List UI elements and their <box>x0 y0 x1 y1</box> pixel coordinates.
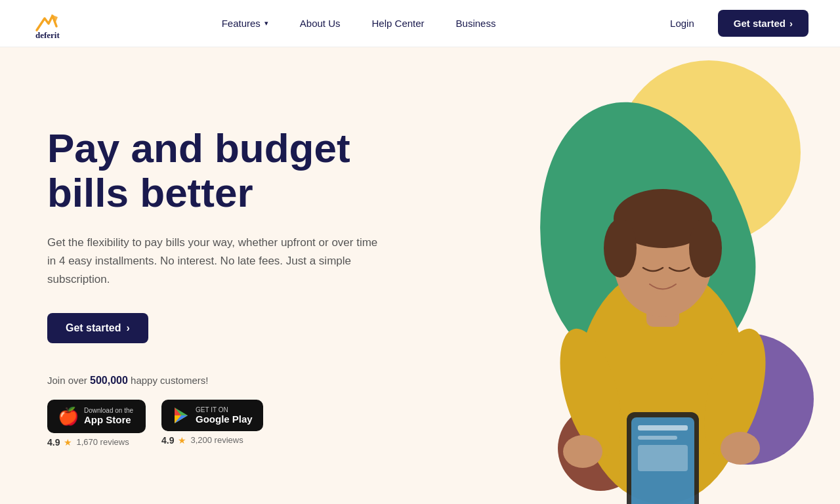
nav-links: Features ▾ About Us Help Center Business <box>209 12 509 34</box>
app-store-badge[interactable]: 🍎 Download on the App Store <box>47 400 146 433</box>
help-nav-link[interactable]: Help Center <box>359 12 438 34</box>
nav-get-started-button[interactable]: Get started › <box>718 10 808 37</box>
app-store-name-label: App Store <box>84 414 133 425</box>
svg-point-11 <box>689 219 722 278</box>
play-store-name-label: Google Play <box>196 413 253 425</box>
login-button[interactable]: Login <box>657 11 707 35</box>
play-store-rating: 4.9 ★ 3,200 reviews <box>161 435 243 446</box>
hero-description: Get the flexibility to pay bills your wa… <box>47 234 388 289</box>
features-nav-link[interactable]: Features ▾ <box>209 12 282 34</box>
app-store-sub-label: Download on the <box>84 407 133 414</box>
svg-rect-19 <box>638 436 677 440</box>
svg-point-15 <box>721 432 760 465</box>
google-play-icon <box>172 406 190 425</box>
app-store-rating: 4.9 ★ 1,670 reviews <box>47 437 129 448</box>
svg-text:deferit: deferit <box>35 30 60 38</box>
hero-get-started-button[interactable]: Get started › <box>47 313 148 343</box>
svg-rect-18 <box>638 425 688 430</box>
svg-point-10 <box>604 219 637 278</box>
app-store-wrapper: 🍎 Download on the App Store 4.9 ★ 1,670 … <box>47 400 146 448</box>
nav-right: Login Get started › <box>657 10 808 37</box>
hero-person-illustration <box>525 110 801 504</box>
hero-image-area <box>472 47 840 504</box>
store-badges: 🍎 Download on the App Store 4.9 ★ 1,670 … <box>47 400 388 448</box>
app-store-star-icon: ★ <box>64 437 72 448</box>
nav-arrow-icon: › <box>789 18 793 29</box>
play-store-sub-label: GET IT ON <box>196 406 253 413</box>
customers-line: Join over 500,000 happy customers! <box>47 375 388 387</box>
logo[interactable]: deferit <box>32 9 60 38</box>
navbar: deferit Features ▾ About Us Help Center … <box>0 0 840 47</box>
svg-rect-20 <box>638 445 688 471</box>
features-chevron-icon: ▾ <box>264 19 268 28</box>
about-nav-link[interactable]: About Us <box>287 12 354 34</box>
hero-title: Pay and budget bills better <box>47 126 388 215</box>
business-nav-link[interactable]: Business <box>443 12 509 34</box>
hero-arrow-icon: › <box>126 322 129 334</box>
apple-icon: 🍎 <box>58 406 79 427</box>
hero-section: Pay and budget bills better Get the flex… <box>0 47 840 504</box>
play-store-badge[interactable]: GET IT ON Google Play <box>161 400 263 431</box>
play-store-wrapper: GET IT ON Google Play 4.9 ★ 3,200 review… <box>161 400 263 446</box>
play-store-star-icon: ★ <box>178 435 186 446</box>
svg-point-14 <box>563 435 602 468</box>
hero-content: Pay and budget bills better Get the flex… <box>47 100 388 448</box>
